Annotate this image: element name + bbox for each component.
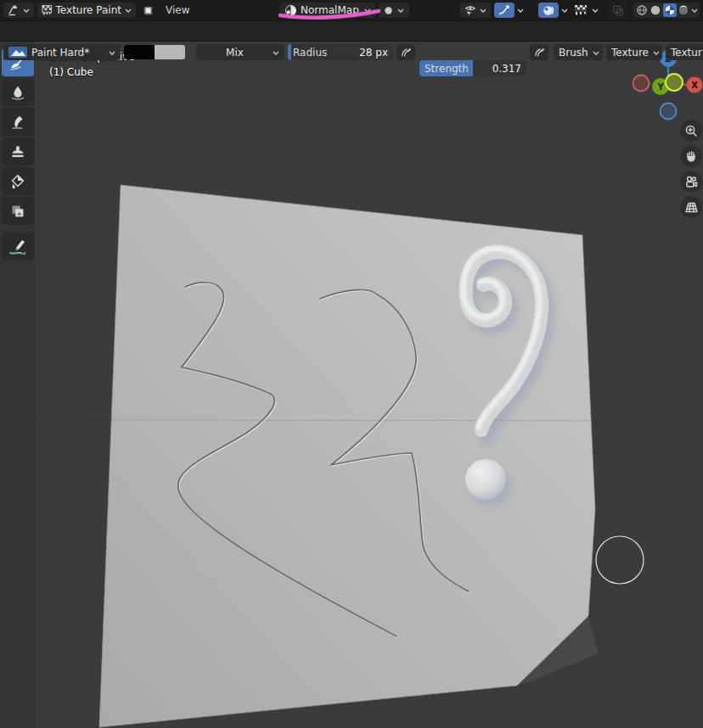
radius-slider[interactable]: Radius 28 px bbox=[288, 44, 393, 60]
texture-popover[interactable]: Texture bbox=[606, 44, 662, 60]
chevron-down-icon bbox=[397, 7, 404, 14]
annotate-pen-icon bbox=[8, 237, 28, 257]
falloff-options-dropdown[interactable] bbox=[515, 3, 531, 18]
tool-clone[interactable] bbox=[2, 137, 34, 165]
visibility-masking-dropdown[interactable] bbox=[460, 3, 491, 18]
pressure-sensitivity-icon bbox=[533, 47, 546, 59]
eye-pointer-icon bbox=[464, 4, 476, 16]
brush-name: Paint Hard* bbox=[31, 47, 89, 59]
svg-text:Y: Y bbox=[656, 82, 664, 92]
axis-negative-x-ball[interactable] bbox=[633, 76, 650, 92]
strength-slider[interactable]: Strength 0.317 bbox=[419, 60, 526, 76]
tool-smear[interactable] bbox=[2, 108, 34, 136]
mode-label: Texture Paint bbox=[56, 4, 121, 16]
pan-button[interactable] bbox=[680, 145, 702, 167]
camera-view-icon bbox=[684, 176, 699, 188]
brush-select-dropdown[interactable]: Paint Hard* bbox=[3, 44, 121, 60]
stamp-icon bbox=[8, 143, 27, 161]
perspective-toggle-button[interactable] bbox=[680, 196, 702, 218]
wireframe-shading-icon bbox=[636, 4, 648, 16]
falloff-curve-icon bbox=[498, 4, 510, 16]
proportional-falloff-button[interactable] bbox=[494, 3, 515, 18]
chevron-down-icon bbox=[109, 49, 115, 56]
blend-mode-dropdown[interactable]: Mix bbox=[196, 44, 284, 60]
texture-mask-dropdown[interactable] bbox=[379, 3, 409, 18]
axis-negative-y-ball[interactable] bbox=[666, 74, 683, 91]
chevron-down-icon bbox=[480, 7, 486, 14]
droplet-icon bbox=[8, 83, 27, 102]
radius-label: Radius bbox=[293, 47, 327, 59]
shading-mode-group bbox=[633, 3, 700, 18]
editor-type-dropdown[interactable] bbox=[3, 3, 34, 18]
svg-text:X: X bbox=[691, 81, 698, 90]
tool-annotate[interactable] bbox=[2, 232, 34, 260]
rendered-shading-button[interactable] bbox=[678, 3, 691, 17]
editor-type-icon bbox=[8, 4, 20, 16]
chevron-down-icon bbox=[125, 7, 132, 14]
chevron-down-icon bbox=[561, 7, 568, 14]
copy-objects-icon bbox=[612, 4, 624, 17]
secondary-color-swatch[interactable] bbox=[155, 45, 185, 59]
pan-hand-icon bbox=[684, 149, 698, 163]
radius-pressure-toggle[interactable] bbox=[396, 44, 415, 60]
primary-color-swatch[interactable] bbox=[124, 45, 155, 59]
image-name: NormalMap bbox=[301, 4, 359, 16]
solid-shading-button[interactable] bbox=[650, 3, 663, 17]
brush-cursor-circle bbox=[596, 536, 644, 584]
question-mark-dot bbox=[465, 459, 506, 500]
brush-preview-thumbnail bbox=[8, 47, 27, 58]
strength-label: Strength bbox=[425, 63, 469, 75]
chevron-down-icon bbox=[273, 49, 279, 56]
paint-bucket-icon bbox=[8, 172, 27, 191]
chevron-down-icon bbox=[592, 7, 599, 14]
zoom-icon bbox=[684, 124, 698, 137]
chevron-down-icon bbox=[653, 49, 660, 56]
texture-mask-popover[interactable]: Textur bbox=[666, 44, 703, 60]
tool-mask[interactable] bbox=[2, 197, 34, 225]
toolbar bbox=[0, 41, 36, 728]
view-menu[interactable]: View bbox=[161, 3, 194, 18]
show-overlays-button[interactable] bbox=[608, 3, 628, 18]
chevron-down-icon bbox=[517, 7, 524, 14]
mask-squares-icon bbox=[8, 202, 27, 221]
tool-settings-bar: Paint Hard* Mix Radius 28 px Strength 0.… bbox=[0, 21, 703, 42]
image-sphere-icon bbox=[284, 4, 297, 17]
pressure-sensitivity-icon bbox=[400, 47, 413, 59]
tool-soften[interactable] bbox=[2, 78, 34, 106]
radius-value: 28 px bbox=[359, 47, 388, 59]
mode-dropdown[interactable]: Texture Paint bbox=[37, 3, 136, 18]
strength-pressure-toggle[interactable] bbox=[530, 44, 548, 60]
stroke-options-dropdown[interactable] bbox=[560, 3, 573, 18]
image-selector-dropdown[interactable]: NormalMap bbox=[280, 3, 375, 18]
rendered-shading-icon bbox=[678, 4, 689, 16]
brush-popover[interactable]: Brush bbox=[554, 44, 603, 60]
stroke-sphere-icon bbox=[542, 4, 554, 17]
wireframe-shading-button[interactable] bbox=[635, 3, 649, 17]
texture-paint-checker-icon bbox=[42, 4, 53, 16]
camera-view-button[interactable] bbox=[680, 171, 702, 193]
texture-checker-icon bbox=[575, 5, 587, 15]
chevron-down-icon bbox=[593, 49, 599, 56]
texture-slot-button[interactable] bbox=[573, 3, 590, 18]
axis-x-ball[interactable]: X bbox=[687, 77, 703, 93]
chevron-down-icon bbox=[23, 7, 30, 14]
material-preview-button[interactable] bbox=[663, 3, 677, 17]
mask-sphere-icon bbox=[383, 5, 394, 16]
smear-icon bbox=[8, 113, 27, 132]
stroke-texture-button[interactable] bbox=[538, 3, 559, 18]
datablock-cube-button[interactable] bbox=[138, 3, 159, 18]
chevron-down-icon bbox=[364, 7, 371, 14]
blend-mode-label: Mix bbox=[226, 47, 244, 59]
tool-fill[interactable] bbox=[2, 167, 34, 195]
texture-slot-dropdown[interactable] bbox=[590, 3, 604, 18]
strength-value: 0.317 bbox=[492, 63, 521, 75]
active-object-overlay: (1) Cube bbox=[49, 64, 135, 80]
perspective-grid-icon bbox=[684, 201, 699, 214]
material-preview-icon bbox=[664, 4, 676, 16]
datablock-cube-icon bbox=[143, 3, 155, 17]
viewport-3d-scene[interactable] bbox=[36, 41, 703, 728]
chevron-down-icon bbox=[691, 7, 698, 14]
solid-shading-icon bbox=[650, 4, 661, 16]
axis-negative-z-ball[interactable] bbox=[661, 104, 677, 120]
viewport-header: Texture Paint View NormalMap bbox=[0, 0, 703, 21]
